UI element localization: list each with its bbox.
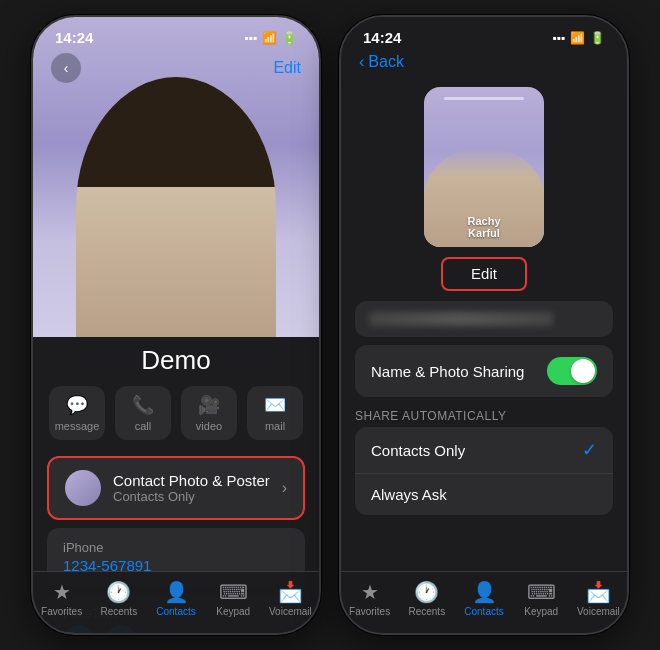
message-button[interactable]: 💬 message <box>49 386 105 440</box>
keypad-label: Keypad <box>216 606 250 617</box>
phone1-nav: ‹ Edit <box>33 53 319 83</box>
poster-subtitle: Contacts Only <box>113 489 270 504</box>
wifi-icon-2: 📶 <box>570 31 585 45</box>
wifi-icon: 📶 <box>262 31 277 45</box>
message-icon: 💬 <box>66 394 88 416</box>
call-label: call <box>135 420 152 432</box>
poster-thumbnail <box>65 470 101 506</box>
status-time-2: 14:24 <box>363 29 401 46</box>
facetime-video-icon: 🎥 <box>71 633 88 635</box>
mail-button[interactable]: ✉️ mail <box>247 386 303 440</box>
favorites-icon: ★ <box>53 580 71 604</box>
tab-voicemail[interactable]: 📩 Voicemail <box>262 580 319 617</box>
share-auto-header: SHARE AUTOMATICALLY <box>355 409 613 423</box>
video-icon: 🎥 <box>198 394 220 416</box>
favorites-label: Favorites <box>41 606 82 617</box>
battery-icon: 🔋 <box>282 31 297 45</box>
recents-icon: 🕐 <box>106 580 131 604</box>
voicemail-icon-2: 📩 <box>586 580 611 604</box>
mail-label: mail <box>265 420 285 432</box>
mail-icon: ✉️ <box>264 394 286 416</box>
contact-poster-row[interactable]: Contact Photo & Poster Contacts Only › <box>47 456 305 520</box>
battery-icon-2: 🔋 <box>590 31 605 45</box>
back-label: Back <box>368 53 404 71</box>
voicemail-label-2: Voicemail <box>577 606 620 617</box>
share-option-contacts-only[interactable]: Contacts Only ✓ <box>355 427 613 473</box>
contact-face <box>76 77 276 337</box>
tab-favorites[interactable]: ★ Favorites <box>33 580 90 617</box>
poster-row-left: Contact Photo & Poster Contacts Only <box>65 470 270 506</box>
contacts-label-2: Contacts <box>464 606 503 617</box>
contacts-icon: 👤 <box>164 580 189 604</box>
back-chevron-icon: ‹ <box>359 53 364 71</box>
tab-contacts[interactable]: 👤 Contacts <box>147 580 204 617</box>
signal-icon: ▪▪▪ <box>244 31 257 45</box>
signal-icon-2: ▪▪▪ <box>552 31 565 45</box>
status-bar-2: 14:24 ▪▪▪ 📶 🔋 <box>341 17 627 50</box>
tab-recents[interactable]: 🕐 Recents <box>90 580 147 617</box>
poster-card: RachyKarful <box>424 87 544 247</box>
favorites-label-2: Favorites <box>349 606 390 617</box>
status-time: 14:24 <box>55 29 93 46</box>
blurred-content <box>369 312 553 326</box>
keypad-icon: ⌨ <box>219 580 248 604</box>
contacts-icon-2: 👤 <box>472 580 497 604</box>
edit-button-label: Edit <box>471 265 497 282</box>
keypad-icon-2: ⌨ <box>527 580 556 604</box>
toggle-knob <box>571 359 595 383</box>
video-label: video <box>196 420 222 432</box>
tab-keypad[interactable]: ⌨ Keypad <box>205 580 262 617</box>
contact-name: Demo <box>141 345 210 375</box>
call-button[interactable]: 📞 call <box>115 386 171 440</box>
tab-bar: ★ Favorites 🕐 Recents 👤 Contacts ⌨ Keypa… <box>33 571 319 633</box>
action-buttons-row: 💬 message 📞 call 🎥 video ✉️ mail <box>33 376 319 450</box>
name-photo-sharing-toggle[interactable] <box>547 357 597 385</box>
poster-text: Contact Photo & Poster Contacts Only <box>113 472 270 504</box>
status-bar: 14:24 ▪▪▪ 📶 🔋 <box>33 17 319 50</box>
keypad-label-2: Keypad <box>524 606 558 617</box>
poster-card-header-bar <box>444 97 524 100</box>
always-ask-label: Always Ask <box>371 486 447 503</box>
voicemail-icon: 📩 <box>278 580 303 604</box>
message-label: message <box>55 420 100 432</box>
edit-button[interactable]: Edit <box>273 59 301 77</box>
share-option-always-ask[interactable]: Always Ask <box>355 473 613 515</box>
phone-2: 14:24 ▪▪▪ 📶 🔋 ‹ Back RachyKarful Edit Na… <box>339 15 629 635</box>
phone2-header: ‹ Back <box>341 53 627 71</box>
name-photo-sharing-row: Name & Photo Sharing <box>355 345 613 397</box>
share-options-list: Contacts Only ✓ Always Ask <box>341 427 627 515</box>
recents-label-2: Recents <box>408 606 445 617</box>
favorites-icon-2: ★ <box>361 580 379 604</box>
back-button-2[interactable]: ‹ Back <box>359 53 609 71</box>
back-button[interactable]: ‹ <box>51 53 81 83</box>
tab-bar-2: ★ Favorites 🕐 Recents 👤 Contacts ⌨ Keypa… <box>341 571 627 633</box>
edit-button-box[interactable]: Edit <box>441 257 527 291</box>
facetime-audio-icon: 📞 <box>113 633 130 635</box>
blurred-row <box>355 301 613 337</box>
tab-contacts-2[interactable]: 👤 Contacts <box>455 580 512 617</box>
name-photo-sharing-label: Name & Photo Sharing <box>371 363 524 380</box>
voicemail-label: Voicemail <box>269 606 312 617</box>
status-icons-2: ▪▪▪ 📶 🔋 <box>552 31 605 45</box>
poster-title: Contact Photo & Poster <box>113 472 270 489</box>
recents-label: Recents <box>100 606 137 617</box>
status-icons: ▪▪▪ 📶 🔋 <box>244 31 297 45</box>
poster-card-area: RachyKarful Edit <box>341 87 627 291</box>
tab-keypad-2[interactable]: ⌨ Keypad <box>513 580 570 617</box>
tab-recents-2[interactable]: 🕐 Recents <box>398 580 455 617</box>
phone-1: 14:24 ▪▪▪ 📶 🔋 ‹ Edit Demo 💬 message 📞 ca… <box>31 15 321 635</box>
poster-chevron-icon: › <box>282 479 287 497</box>
face-hair <box>76 77 276 187</box>
contact-hero-bg: 14:24 ▪▪▪ 📶 🔋 ‹ Edit <box>33 17 319 337</box>
video-button[interactable]: 🎥 video <box>181 386 237 440</box>
tab-voicemail-2[interactable]: 📩 Voicemail <box>570 580 627 617</box>
contacts-only-label: Contacts Only <box>371 442 465 459</box>
poster-card-name: RachyKarful <box>428 215 540 239</box>
contacts-only-checkmark: ✓ <box>582 439 597 461</box>
phone-label: iPhone <box>63 540 289 555</box>
recents-icon-2: 🕐 <box>414 580 439 604</box>
contacts-label: Contacts <box>156 606 195 617</box>
call-icon: 📞 <box>132 394 154 416</box>
tab-favorites-2[interactable]: ★ Favorites <box>341 580 398 617</box>
